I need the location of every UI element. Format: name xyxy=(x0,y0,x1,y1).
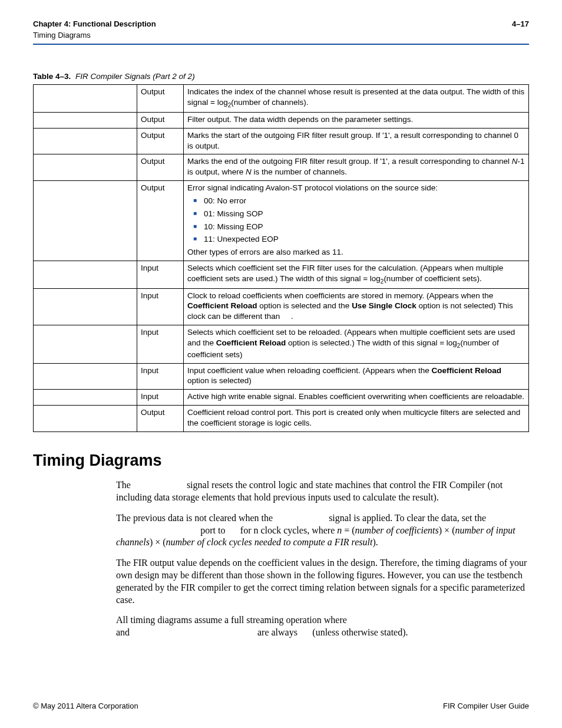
signal-name-cell xyxy=(34,363,137,390)
chapter-label: Chapter 4: Functional Description xyxy=(33,19,156,29)
footer-right: FIR Compiler User Guide xyxy=(443,701,529,711)
signal-name-cell xyxy=(34,128,137,154)
section-heading: Timing Diagrams xyxy=(33,450,529,471)
signal-name-cell xyxy=(34,85,137,113)
description-cell: Selects which coefficient set to be relo… xyxy=(184,325,529,364)
table-row: OutputMarks the end of the outgoing FIR … xyxy=(34,154,529,181)
table-desc: FIR Compiler Signals (Part 2 of 2) xyxy=(75,72,195,81)
signal-name-cell xyxy=(34,154,137,181)
description-cell: Marks the end of the outgoing FIR filter… xyxy=(184,154,529,181)
direction-cell: Input xyxy=(137,325,184,364)
signal-name-cell xyxy=(34,113,137,129)
description-cell: Active high write enable signal. Enables… xyxy=(184,390,529,406)
table-row: InputSelects which coefficient set to be… xyxy=(34,325,529,364)
description-cell: Error signal indicating Avalon-ST protoc… xyxy=(184,181,529,261)
signal-name-cell xyxy=(34,261,137,288)
paragraph-2: The previous data is not cleared when th… xyxy=(116,512,529,549)
page: Chapter 4: Functional Description Timing… xyxy=(0,0,562,728)
table-row: OutputMarks the start of the outgoing FI… xyxy=(34,128,529,154)
page-number: 4–17 xyxy=(512,19,529,29)
subsection-label: Timing Diagrams xyxy=(33,30,156,41)
signal-name-cell xyxy=(34,390,137,406)
direction-cell: Input xyxy=(137,363,184,390)
signals-table: OutputIndicates the index of the channel… xyxy=(33,84,529,431)
table-row: OutputFilter output. The data width depe… xyxy=(34,113,529,129)
direction-cell: Output xyxy=(137,85,184,113)
description-cell: Marks the start of the outgoing FIR filt… xyxy=(184,128,529,154)
header-rule xyxy=(33,44,529,45)
table-label: Table 4–3. xyxy=(33,72,71,81)
direction-cell: Output xyxy=(137,113,184,129)
signal-name-cell xyxy=(34,406,137,432)
table-row: OutputCoefficient reload control port. T… xyxy=(34,406,529,432)
body-text: The signal resets the control logic and … xyxy=(116,479,529,639)
description-cell: Indicates the index of the channel whose… xyxy=(184,85,529,113)
table-row: InputSelects which coefficient set the F… xyxy=(34,261,529,288)
description-cell: Input coefficient value when reloading c… xyxy=(184,363,529,390)
description-cell: Coefficient reload control port. This po… xyxy=(184,406,529,432)
paragraph-1: The signal resets the control logic and … xyxy=(116,479,529,504)
signal-name-cell xyxy=(34,288,137,325)
direction-cell: Input xyxy=(137,390,184,406)
table-row: InputActive high write enable signal. En… xyxy=(34,390,529,406)
direction-cell: Output xyxy=(137,128,184,154)
description-cell: Clock to reload coefficients when coeffi… xyxy=(184,288,529,325)
direction-cell: Input xyxy=(137,288,184,325)
signal-name-cell xyxy=(34,325,137,364)
description-cell: Selects which coefficient set the FIR fi… xyxy=(184,261,529,288)
footer-left: © May 2011 Altera Corporation xyxy=(33,701,138,711)
header-left: Chapter 4: Functional Description Timing… xyxy=(33,19,156,40)
table-row: OutputError signal indicating Avalon-ST … xyxy=(34,181,529,261)
table-caption: Table 4–3. FIR Compiler Signals (Part 2 … xyxy=(33,71,529,82)
table-row: OutputIndicates the index of the channel… xyxy=(34,85,529,113)
page-header: Chapter 4: Functional Description Timing… xyxy=(33,19,529,40)
page-footer: © May 2011 Altera Corporation FIR Compil… xyxy=(33,701,529,711)
direction-cell: Output xyxy=(137,406,184,432)
direction-cell: Input xyxy=(137,261,184,288)
direction-cell: Output xyxy=(137,154,184,181)
signal-name-cell xyxy=(34,181,137,261)
paragraph-3: The FIR output value depends on the coef… xyxy=(116,557,529,606)
table-row: InputInput coefficient value when reload… xyxy=(34,363,529,390)
paragraph-4: All timing diagrams assume a full stream… xyxy=(116,614,529,639)
direction-cell: Output xyxy=(137,181,184,261)
description-cell: Filter output. The data width depends on… xyxy=(184,113,529,129)
table-row: InputClock to reload coefficients when c… xyxy=(34,288,529,325)
